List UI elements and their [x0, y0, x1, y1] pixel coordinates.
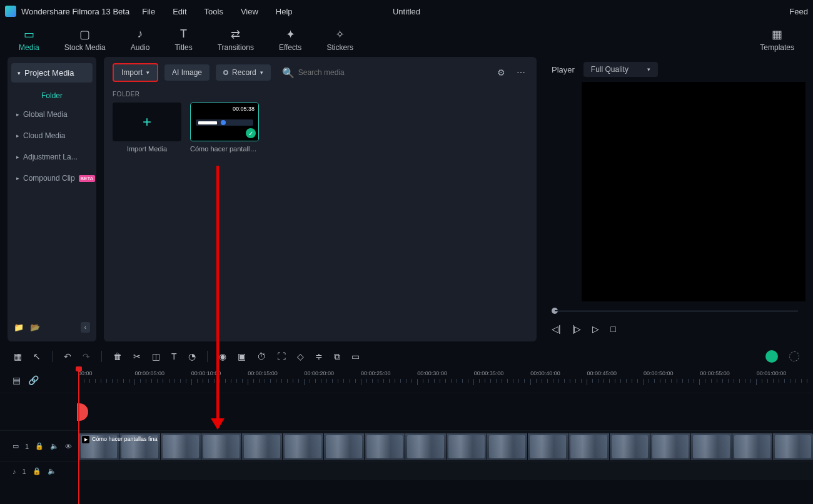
menu-file[interactable]: File	[142, 7, 155, 16]
play-button-icon[interactable]: ▷	[592, 324, 599, 334]
timer-icon[interactable]: ⏱	[257, 351, 266, 361]
tab-titles[interactable]: TTitles	[174, 28, 192, 52]
chevron-down-icon: ▾	[260, 69, 263, 76]
folder-tab[interactable]: Folder	[8, 85, 96, 104]
document-title: Untitled	[393, 7, 420, 16]
lock-icon[interactable]: 🔒	[33, 467, 41, 475]
tool-tabs: ▭Media ▢Stock Media ♪Audio TTitles ⇄Tran…	[0, 23, 813, 57]
expand-icon[interactable]: ⛶	[277, 351, 286, 361]
audio-track-icon: ♪	[13, 468, 16, 475]
undo-icon[interactable]: ↶	[64, 351, 71, 361]
tab-effects[interactable]: ✦Effects	[279, 28, 301, 52]
collapse-sidebar-icon[interactable]: ‹	[81, 322, 90, 333]
record-icon	[223, 70, 228, 75]
folder-header: FOLDER	[113, 91, 528, 98]
color-icon[interactable]: ◉	[219, 351, 226, 361]
redo-icon[interactable]: ↷	[83, 351, 90, 361]
player-panel: Player Full Quality▾ ◁| |▷ ▷ □	[544, 57, 805, 341]
player-scrubber[interactable]	[544, 301, 805, 320]
app-name: Wondershare Filmora 13 Beta	[21, 7, 129, 16]
timeline-tracks: ▭1 🔒 🔈 👁 ▶ Cómo hacer pantallas fina ♪1 …	[0, 393, 813, 480]
new-folder-icon[interactable]: 📁	[14, 323, 24, 332]
crop-icon[interactable]: ◫	[152, 351, 160, 361]
new-subfolder-icon[interactable]: 📂	[30, 323, 40, 332]
tab-stock-media[interactable]: ▢Stock Media	[64, 28, 106, 52]
plus-icon: +	[143, 113, 151, 131]
text-icon[interactable]: T	[171, 351, 177, 361]
tab-media[interactable]: ▭Media	[19, 28, 39, 52]
titles-icon: T	[180, 28, 187, 41]
media-toolbar: Import▾ AI Image Record▾ 🔍 ⚙ ⋯	[113, 63, 528, 82]
app-logo	[5, 6, 16, 17]
project-sidebar: ▾Project Media Folder ▸Global Media ▸Clo…	[8, 57, 96, 341]
search-input[interactable]	[298, 68, 488, 77]
timeline-header-controls: ▤ 🔗	[0, 368, 78, 393]
ai-image-button[interactable]: AI Image	[164, 64, 210, 81]
sidebar-item-cloud-media[interactable]: ▸Cloud Media	[8, 125, 96, 146]
check-icon: ✓	[246, 128, 256, 138]
playhead[interactable]	[78, 368, 79, 504]
video-clip[interactable]: ▶ Cómo hacer pantallas fina	[78, 433, 813, 460]
grid-icon[interactable]: ▦	[14, 351, 22, 361]
sidebar-item-adjustment-layer[interactable]: ▸Adjustment La...	[8, 146, 96, 168]
mute-icon[interactable]: 🔈	[48, 467, 56, 475]
link-icon[interactable]: ⧉	[334, 351, 340, 362]
beta-tag: BETA	[79, 175, 95, 182]
search-box[interactable]: 🔍	[277, 67, 488, 79]
more-icon[interactable]: ⋯	[514, 65, 528, 80]
import-button[interactable]: Import▾	[113, 63, 158, 82]
quality-select[interactable]: Full Quality▾	[583, 62, 658, 77]
player-viewport[interactable]	[582, 82, 805, 301]
menu-help[interactable]: Help	[276, 7, 293, 16]
visibility-icon[interactable]: 👁	[65, 443, 72, 450]
play-icon[interactable]: |▷	[572, 324, 582, 334]
sidebar-item-compound-clip[interactable]: ▸Compound ClipBETA	[8, 168, 96, 189]
speed-icon[interactable]: ◔	[188, 351, 196, 361]
adjust-icon[interactable]: ≑	[315, 351, 323, 361]
media-thumbnails: + Import Media 00:05:38 ✓ Cómo hacer pan…	[113, 103, 528, 153]
project-media-button[interactable]: ▾Project Media	[11, 63, 93, 83]
lock-icon[interactable]: 🔒	[35, 442, 44, 450]
prev-frame-icon[interactable]: ◁|	[552, 324, 561, 334]
tab-transitions[interactable]: ⇄Transitions	[218, 28, 254, 52]
audio-icon: ♪	[138, 28, 143, 41]
annotation-arrow	[216, 166, 219, 428]
tab-stickers[interactable]: ✧Stickers	[326, 28, 353, 52]
filter-icon[interactable]: ⚙	[495, 65, 508, 80]
feedback-button[interactable]: Feed	[789, 7, 808, 16]
delete-icon[interactable]: 🗑	[113, 351, 122, 361]
tab-templates[interactable]: ▦Templates	[760, 28, 794, 52]
camera-icon[interactable]: ▭	[351, 351, 360, 361]
frame-icon[interactable]: ▣	[238, 351, 246, 361]
audio-track[interactable]: ♪1 🔒 🔈	[0, 461, 813, 480]
chevron-down-icon: ▾	[647, 66, 650, 73]
record-button[interactable]: Record▾	[216, 64, 271, 81]
mute-icon[interactable]: 🔈	[50, 442, 59, 450]
stop-icon[interactable]: □	[610, 324, 615, 334]
sidebar-bottom: 📁 📂 ‹	[8, 317, 96, 338]
spacer-track	[0, 393, 813, 430]
media-icon: ▭	[24, 28, 34, 41]
chevron-down-icon: ▾	[18, 70, 21, 76]
menu-edit[interactable]: Edit	[173, 7, 186, 16]
render-icon[interactable]	[789, 351, 799, 361]
cut-icon[interactable]: ✂	[133, 351, 141, 361]
menu-view[interactable]: View	[241, 7, 258, 16]
link-tracks-icon[interactable]: 🔗	[28, 375, 39, 385]
media-clip-thumb[interactable]: 00:05:38 ✓ Cómo hacer pantallas ...	[190, 103, 259, 153]
templates-icon: ▦	[772, 28, 782, 41]
sidebar-item-global-media[interactable]: ▸Global Media	[8, 104, 96, 125]
tag-icon[interactable]: ◇	[297, 351, 304, 361]
stock-icon: ▢	[79, 28, 90, 41]
transitions-icon: ⇄	[231, 28, 240, 41]
stickers-icon: ✧	[335, 28, 345, 41]
search-icon: 🔍	[282, 67, 295, 79]
import-media-tile[interactable]: + Import Media	[113, 103, 181, 153]
cursor-icon[interactable]: ↖	[33, 351, 41, 361]
tab-audio[interactable]: ♪Audio	[131, 28, 150, 52]
video-track[interactable]: ▭1 🔒 🔈 👁 ▶ Cómo hacer pantallas fina	[0, 430, 813, 461]
timeline-ruler[interactable]: 00:0000:00:05:0000:00:10:0000:00:15:0000…	[78, 368, 813, 393]
menu-tools[interactable]: Tools	[205, 7, 223, 16]
user-avatar[interactable]	[765, 350, 778, 363]
track-layout-icon[interactable]: ▤	[13, 375, 21, 385]
